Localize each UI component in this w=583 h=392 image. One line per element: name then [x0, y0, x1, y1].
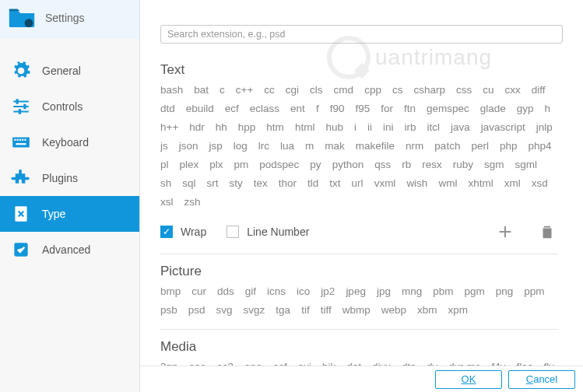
ext-item[interactable]: mng [402, 284, 422, 299]
ext-item[interactable]: xsl [160, 194, 174, 210]
ext-item[interactable]: bmp [160, 284, 181, 299]
ext-item[interactable]: tga [276, 303, 290, 318]
ext-item[interactable]: ini [383, 120, 394, 135]
ext-item[interactable]: tif [301, 303, 310, 318]
ext-item[interactable]: log [234, 138, 248, 154]
ext-item[interactable]: sql [182, 176, 195, 191]
ext-item[interactable]: svg [216, 303, 233, 318]
ext-item[interactable]: ebuild [186, 101, 214, 117]
ext-item[interactable]: psd [188, 303, 205, 318]
ext-item[interactable]: qss [374, 157, 391, 173]
ext-item[interactable]: lua [280, 138, 294, 154]
ext-item[interactable]: f [316, 101, 319, 117]
ext-item[interactable]: thor [279, 176, 297, 191]
ext-item[interactable]: dtd [160, 101, 175, 117]
ext-item[interactable]: podspec [259, 157, 299, 173]
ext-item[interactable]: url [352, 176, 363, 191]
ext-item[interactable]: eclass [250, 101, 279, 117]
ext-item[interactable]: hpp [238, 120, 256, 135]
ext-item[interactable]: icns [267, 284, 286, 299]
ext-item[interactable]: pbm [433, 284, 453, 299]
ext-item[interactable]: bash [160, 82, 183, 98]
ext-item[interactable]: java [451, 120, 470, 135]
ext-item[interactable]: cc [264, 82, 275, 98]
ext-item[interactable]: py [310, 157, 321, 173]
ext-item[interactable]: php4 [528, 138, 551, 154]
ext-item[interactable]: xhtml [468, 176, 493, 191]
ext-item[interactable]: c++ [236, 82, 254, 98]
ext-item[interactable]: h [545, 101, 551, 117]
ext-item[interactable]: gif [245, 284, 256, 299]
ext-item[interactable]: python [332, 157, 364, 173]
ext-item[interactable]: wish [406, 176, 427, 191]
line-number-checkbox[interactable]: Line Number [227, 226, 309, 238]
ext-item[interactable]: cmd [334, 82, 354, 98]
ext-item[interactable]: ii [367, 120, 372, 135]
ext-item[interactable]: csharp [413, 82, 445, 98]
ext-item[interactable]: jnlp [536, 120, 553, 135]
ext-item[interactable]: cu [483, 82, 493, 98]
ext-item[interactable]: makefile [356, 138, 395, 154]
cancel-button[interactable]: Cancel [508, 370, 575, 389]
ext-item[interactable]: resx [422, 157, 442, 173]
ext-item[interactable]: json [179, 138, 198, 154]
add-button[interactable] [494, 221, 516, 243]
ext-item[interactable]: srt [207, 176, 219, 191]
ext-item[interactable]: php [500, 138, 518, 154]
ext-item[interactable]: xsd [532, 176, 548, 191]
ext-item[interactable]: i [354, 120, 356, 135]
ext-item[interactable]: javascript [481, 120, 525, 135]
ext-item[interactable]: ppm [524, 284, 544, 299]
ext-item[interactable]: tex [254, 176, 268, 191]
ext-item[interactable]: plx [209, 157, 223, 173]
ext-item[interactable]: gyp [517, 101, 534, 117]
ext-item[interactable]: jsp [209, 138, 223, 154]
ext-item[interactable]: htm [266, 120, 284, 135]
ext-item[interactable]: f90 [330, 101, 345, 117]
ext-item[interactable]: psb [160, 303, 177, 318]
ext-item[interactable]: hub [325, 120, 343, 135]
ext-item[interactable]: cpp [364, 82, 381, 98]
ext-item[interactable]: tld [307, 176, 318, 191]
ext-item[interactable]: wml [438, 176, 457, 191]
ext-item[interactable]: xml [504, 176, 521, 191]
ext-item[interactable]: wbmp [342, 303, 371, 318]
ext-item[interactable]: png [496, 284, 514, 299]
ext-item[interactable]: xbm [417, 303, 437, 318]
ext-item[interactable]: gemspec [427, 101, 469, 117]
ext-item[interactable]: pgm [464, 284, 484, 299]
ext-item[interactable]: zsh [184, 194, 201, 210]
ext-item[interactable]: pm [234, 157, 249, 173]
ext-item[interactable]: svgz [244, 303, 265, 318]
ext-item[interactable]: js [160, 138, 168, 154]
sidebar-item-type[interactable]: Type [0, 196, 139, 232]
ext-item[interactable]: sgml [515, 157, 538, 173]
ext-item[interactable]: css [456, 82, 472, 98]
ext-item[interactable]: ruby [453, 157, 473, 173]
ext-item[interactable]: hdr [189, 120, 205, 135]
sidebar-item-advanced[interactable]: Advanced [0, 232, 139, 268]
ext-item[interactable]: perl [471, 138, 489, 154]
ext-item[interactable]: ent [290, 101, 305, 117]
ext-item[interactable]: bat [194, 82, 209, 98]
ext-item[interactable]: cs [392, 82, 403, 98]
ext-item[interactable]: cur [191, 284, 206, 299]
ext-item[interactable]: glade [480, 101, 506, 117]
wrap-checkbox[interactable]: Wrap [160, 226, 206, 238]
ext-item[interactable]: cgi [286, 82, 299, 98]
ext-item[interactable]: html [295, 120, 315, 135]
ext-item[interactable]: cls [310, 82, 323, 98]
ext-item[interactable]: h++ [160, 120, 178, 135]
sidebar-item-general[interactable]: General [0, 53, 139, 89]
ext-item[interactable]: f95 [355, 101, 370, 117]
ext-item[interactable]: txt [329, 176, 340, 191]
ext-item[interactable]: vxml [374, 176, 396, 191]
ext-item[interactable]: jpg [377, 284, 391, 299]
ext-item[interactable]: lrc [258, 138, 269, 154]
ext-item[interactable]: tiff [321, 303, 332, 318]
ext-item[interactable]: sh [160, 176, 171, 191]
search-input[interactable] [160, 25, 563, 44]
ext-item[interactable]: itcl [427, 120, 440, 135]
ext-item[interactable]: sty [230, 176, 243, 191]
ext-item[interactable]: m [305, 138, 314, 154]
